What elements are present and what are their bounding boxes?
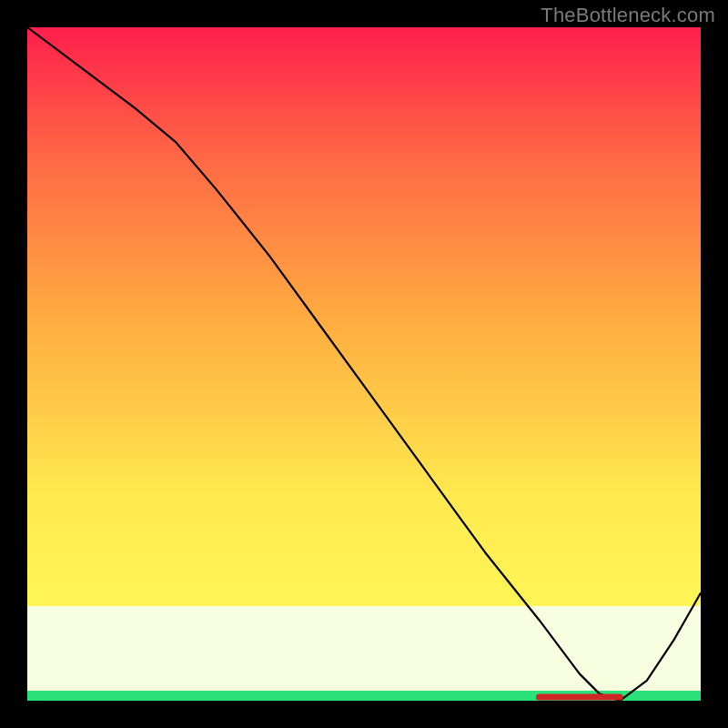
chart-frame: TheBottleneck.com <box>0 0 728 728</box>
curve-overlay <box>27 27 701 701</box>
watermark-text: TheBottleneck.com <box>541 4 715 27</box>
bottleneck-curve <box>27 27 701 701</box>
